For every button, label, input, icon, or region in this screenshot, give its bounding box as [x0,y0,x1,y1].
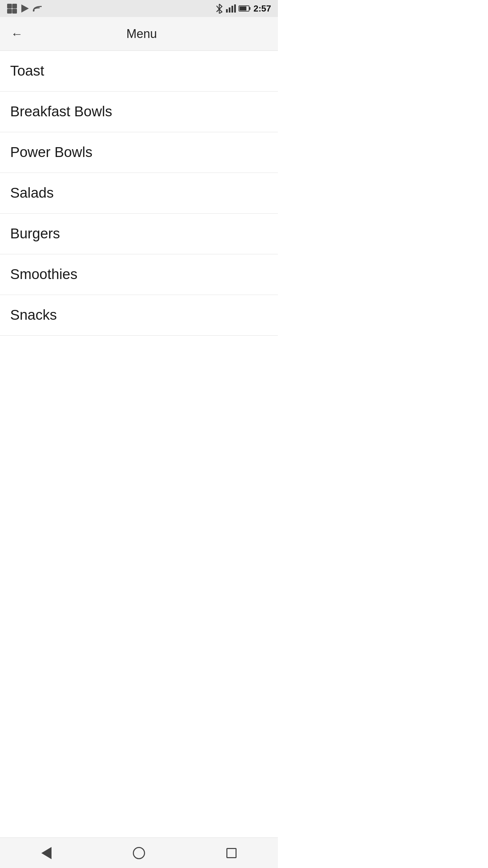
svg-rect-1 [12,4,17,8]
menu-item-snacks[interactable]: Snacks [0,295,278,336]
svg-rect-7 [229,7,230,13]
svg-rect-6 [226,9,228,13]
back-button[interactable]: ← [7,24,27,44]
status-bar: 2:57 [0,0,278,17]
svg-rect-0 [7,4,12,8]
status-time: 2:57 [253,3,271,14]
menu-item-label-smoothies: Smoothies [10,266,77,283]
menu-list: ToastBreakfast BowlsPower BowlsSaladsBur… [0,51,278,336]
svg-rect-12 [240,6,246,11]
play-icon [20,3,30,14]
svg-rect-2 [7,9,12,14]
menu-item-label-snacks: Snacks [10,307,57,323]
bluetooth-icon [216,3,223,14]
menu-item-smoothies[interactable]: Smoothies [0,254,278,295]
svg-point-5 [33,9,35,12]
battery-icon [239,5,251,12]
cast-icon [33,3,43,14]
menu-item-label-breakfast-bowls: Breakfast Bowls [10,103,112,120]
menu-item-breakfast-bowls[interactable]: Breakfast Bowls [0,92,278,132]
app-icon-1 [7,3,17,14]
signal-icon [226,4,236,13]
status-bar-left [7,3,43,14]
menu-item-burgers[interactable]: Burgers [0,214,278,254]
menu-item-toast[interactable]: Toast [0,51,278,92]
menu-item-label-power-bowls: Power Bowls [10,144,93,161]
svg-rect-11 [249,7,250,10]
svg-rect-3 [12,9,17,14]
svg-rect-9 [234,4,236,13]
menu-item-label-burgers: Burgers [10,225,60,242]
svg-marker-4 [21,4,29,13]
svg-rect-8 [231,6,233,13]
status-bar-right: 2:57 [216,3,271,14]
menu-item-salads[interactable]: Salads [0,173,278,214]
menu-item-power-bowls[interactable]: Power Bowls [0,132,278,173]
menu-item-label-toast: Toast [10,62,44,79]
menu-item-label-salads: Salads [10,184,54,201]
page-title: Menu [33,27,251,41]
toolbar: ← Menu [0,17,278,51]
back-arrow-icon: ← [11,28,23,40]
